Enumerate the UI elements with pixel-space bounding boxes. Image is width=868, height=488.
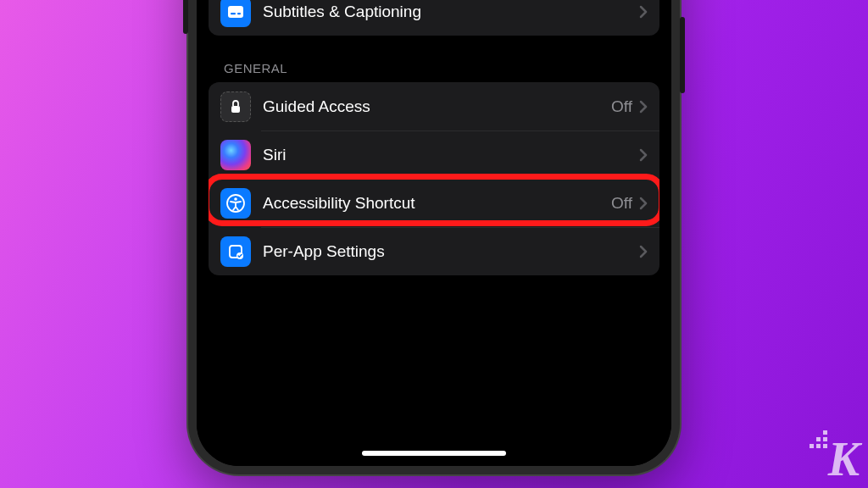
svg-rect-5 (237, 13, 241, 14)
chevron-right-icon (639, 100, 648, 114)
phone-screen: Audio/Visual Subtitles & Captioning GENE… (197, 0, 671, 466)
row-value: Off (611, 97, 632, 116)
row-label: Per-App Settings (263, 242, 639, 261)
chevron-right-icon (639, 148, 648, 162)
siri-icon (220, 140, 251, 170)
row-label: Siri (263, 146, 639, 164)
row-accessibility-shortcut[interactable]: Accessibility Shortcut Off (209, 179, 659, 227)
home-indicator[interactable] (362, 451, 506, 456)
chevron-right-icon (639, 245, 648, 258)
section-header-general: GENERAL (209, 54, 659, 82)
svg-rect-6 (231, 106, 240, 113)
row-label: Guided Access (263, 97, 611, 116)
chevron-right-icon (639, 197, 648, 210)
watermark-logo: K (828, 435, 860, 483)
row-subtitles-captioning[interactable]: Subtitles & Captioning (209, 0, 659, 36)
per-app-icon (220, 236, 251, 267)
row-guided-access[interactable]: Guided Access Off (209, 82, 659, 130)
row-siri[interactable]: Siri (209, 130, 659, 179)
settings-group-general: Guided Access Off Siri Accessibility Sho… (209, 82, 659, 275)
settings-group-hearing: Audio/Visual Subtitles & Captioning (209, 0, 659, 36)
accessibility-icon (220, 188, 251, 219)
chevron-right-icon (639, 5, 648, 19)
row-label: Accessibility Shortcut (263, 194, 611, 213)
row-per-app-settings[interactable]: Per-App Settings (209, 227, 659, 275)
svg-point-8 (234, 197, 237, 201)
row-value: Off (611, 194, 632, 213)
guided-access-icon (220, 92, 251, 122)
svg-rect-4 (231, 13, 236, 14)
row-label: Subtitles & Captioning (263, 3, 639, 21)
svg-rect-3 (228, 6, 243, 18)
phone-frame: Audio/Visual Subtitles & Captioning GENE… (188, 0, 680, 474)
subtitles-icon (220, 0, 251, 27)
